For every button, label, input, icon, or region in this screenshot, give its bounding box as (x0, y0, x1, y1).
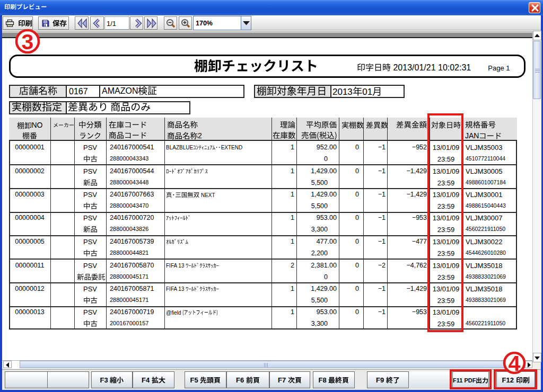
svg-text:4: 4 (509, 351, 521, 376)
svg-text:3: 3 (22, 30, 34, 54)
